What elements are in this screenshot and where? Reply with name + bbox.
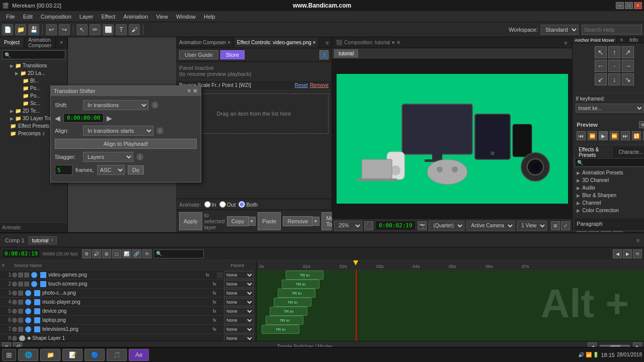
tl-tab-tutorial-close[interactable]: × (51, 237, 54, 243)
tab-anchor-close[interactable]: × (617, 37, 626, 43)
search-help-input[interactable] (582, 25, 642, 35)
layer-fx-6[interactable]: fx (213, 318, 223, 323)
insert-keyframe-select[interactable]: Insert ke... (576, 104, 644, 113)
radio-out-label[interactable]: Out (219, 201, 236, 208)
camera-select[interactable]: Active Camera (466, 221, 515, 231)
anchor-br[interactable]: ↘ (622, 73, 634, 85)
layer-audio-5[interactable] (18, 309, 23, 314)
layer-fx-5[interactable]: fx (213, 309, 223, 314)
layer-row-5[interactable]: 5 device.png fx None (0, 307, 256, 316)
layer-vis-6[interactable] (12, 318, 17, 323)
shift-select[interactable]: In transitions (83, 100, 148, 110)
layer-solo-2[interactable] (24, 282, 29, 287)
radio-out[interactable] (219, 201, 226, 208)
stagger-select[interactable]: Layers (83, 152, 133, 162)
tl-btn-4[interactable]: ◻ (112, 249, 121, 258)
stagger-info-icon[interactable]: i (136, 153, 143, 160)
layer-parent-2[interactable]: None (224, 280, 254, 288)
tab-info[interactable]: Info (626, 37, 641, 43)
taskbar-ae[interactable]: Ae (129, 349, 149, 361)
taskbar-ie[interactable]: 🌐 (18, 349, 38, 361)
select-tool[interactable]: ↖ (76, 24, 88, 35)
layer-audio-3[interactable] (18, 291, 23, 296)
workspace-select[interactable]: Standard (541, 25, 579, 35)
tree-item-bl[interactable]: 📁 Bl... (0, 77, 67, 84)
shift-info-icon[interactable]: i (151, 102, 158, 109)
tl-menu-icon[interactable]: ≡ (634, 236, 642, 244)
layer-vis-2[interactable] (12, 282, 17, 287)
anchor-tr[interactable]: ↗ (622, 46, 634, 58)
align-info-icon[interactable]: i (156, 127, 164, 134)
tl-tab-comp1[interactable]: Comp 1 (2, 236, 28, 244)
tl-right-btn-2[interactable]: ▶ (623, 249, 632, 258)
tab-animation-composer[interactable]: Animation Composer (24, 37, 56, 48)
radio-in[interactable] (204, 201, 211, 208)
tl-tab-tutorial[interactable]: tutorial × (29, 236, 57, 244)
time-arrow-left[interactable]: ◀ (55, 114, 60, 122)
ep-item-color-correction[interactable]: ▶ Color Correction (575, 207, 644, 214)
remove-button[interactable]: Remove (283, 216, 312, 226)
user-guide-btn[interactable]: User Guide (179, 50, 218, 59)
ep-item-blur[interactable]: ▶ Blur & Sharpen (575, 192, 644, 199)
layer-parent-3[interactable]: None (224, 289, 254, 297)
layer-solo-1[interactable] (24, 273, 29, 278)
layer-audio-1[interactable] (18, 273, 23, 278)
menu-animation[interactable]: Animation (119, 13, 152, 21)
time-display[interactable]: 0:00:00:00 (63, 113, 104, 123)
nav-user-icon[interactable]: 👤 (319, 50, 329, 59)
drag-drop-area[interactable]: Drag an item from the list here (179, 94, 329, 134)
layer-row-3[interactable]: 3 photo-c...a.png fx None (0, 289, 256, 298)
layer-row-2[interactable]: 2 touch-screen.png fx None (0, 280, 256, 289)
tl-btn-7[interactable]: ⟲ (142, 249, 151, 258)
close-button[interactable]: ✕ (634, 2, 642, 9)
menu-layer[interactable]: Layer (75, 13, 98, 21)
copy-button[interactable]: Copy (227, 216, 249, 226)
brush-tool[interactable]: 🖌 (129, 24, 140, 35)
layer-vis-4[interactable] (12, 300, 17, 305)
layer-fx-3[interactable]: fx (213, 291, 223, 296)
menu-edit[interactable]: Edit (19, 13, 37, 21)
anchor-tc[interactable]: ↑ (608, 46, 620, 58)
tl-btn-6[interactable]: 🔗 (132, 249, 141, 258)
menu-composition[interactable]: Composition (37, 13, 75, 21)
dialog-close-btn[interactable]: ✕ (193, 87, 198, 95)
tab-close[interactable]: × (56, 37, 67, 48)
layer-vis-8[interactable] (12, 336, 17, 341)
layer-audio-6[interactable] (18, 318, 23, 323)
comp-title-close[interactable]: ✕ (396, 40, 400, 45)
prev-first-btn[interactable]: ⏮ (577, 131, 586, 140)
anchor-bl[interactable]: ↙ (595, 73, 607, 85)
tl-btn-2[interactable]: 🔊 (92, 249, 101, 258)
layer-row-6[interactable]: 6 laptop.png fx None (0, 316, 256, 325)
tab-anchor-point-mover[interactable]: Anchor Point Mover (573, 37, 617, 43)
ep-item-3d-channel[interactable]: ▶ 3D Channel (575, 176, 644, 184)
tab-project[interactable]: Project (0, 37, 24, 48)
reset-link[interactable]: Reset (295, 82, 308, 88)
tab-effect-controls[interactable]: Effect Controls: video-games.png × (234, 37, 319, 48)
shape-tool[interactable]: ⬜ (103, 24, 114, 35)
ep-search-input[interactable] (575, 158, 644, 167)
prev-loop-btn[interactable]: 🔁 (632, 131, 641, 140)
frame-icon[interactable]: ⬛ (364, 221, 373, 230)
taskbar-browser[interactable]: 🔵 (85, 349, 105, 361)
tl-right-btn-3[interactable]: ⟲ (633, 249, 642, 258)
tl-btn-1[interactable]: ⚙ (82, 249, 91, 258)
full-view-btn[interactable]: ⤢ (561, 221, 570, 230)
tab-character[interactable]: Characte... (614, 147, 644, 157)
tab-effects-presets[interactable]: Effects & Presets (575, 147, 614, 157)
order-select[interactable]: ASC DESC (97, 165, 125, 175)
menu-file[interactable]: File (2, 13, 19, 21)
maximize-button[interactable]: □ (625, 2, 633, 9)
layer-fx-7[interactable]: fx (213, 327, 223, 332)
camera-icon[interactable]: 📷 (418, 221, 427, 230)
panel-menu-icon[interactable]: ≡ (323, 37, 332, 48)
start-button[interactable]: ⊞ (2, 349, 16, 361)
ep-item-channel[interactable]: ▶ Channel (575, 199, 644, 207)
pen-tool[interactable]: ✏ (90, 24, 101, 35)
text-tool[interactable]: T (116, 24, 127, 35)
prev-back-btn[interactable]: ⏪ (588, 131, 597, 140)
layer-row-1[interactable]: 1 video-games.png fx None (0, 270, 256, 280)
layer-sw-1[interactable] (217, 272, 223, 278)
frames-input[interactable]: 5 (55, 165, 72, 175)
layer-vis-1[interactable] (12, 273, 17, 278)
